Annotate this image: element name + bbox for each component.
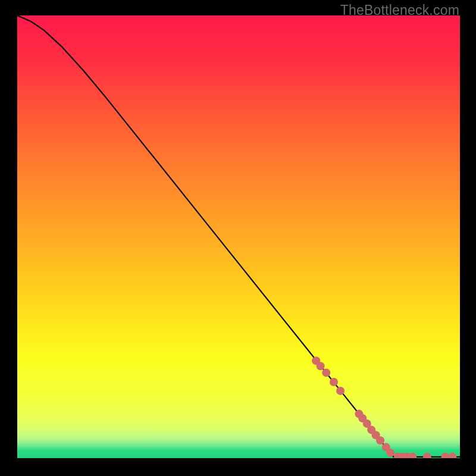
watermark-text: TheBottleneck.com (340, 2, 459, 18)
data-marker (317, 362, 325, 370)
data-marker (376, 436, 384, 444)
gradient-background (17, 15, 460, 458)
plot-area (17, 15, 460, 458)
chart-svg (17, 15, 460, 458)
data-marker (330, 378, 338, 386)
data-marker (322, 368, 330, 377)
data-marker (336, 387, 345, 395)
data-marker (386, 449, 394, 457)
chart-frame: TheBottleneck.com (0, 0, 476, 476)
